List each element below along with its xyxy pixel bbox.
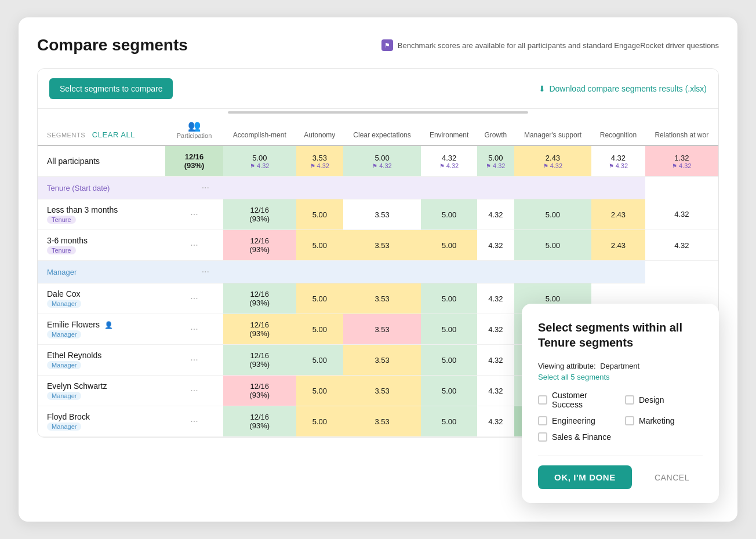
cell-v: 5.00 (442, 294, 456, 303)
row-managers-support: 5.00 (514, 199, 592, 230)
list-item: Engineering (538, 416, 616, 425)
row-dots-cell: ··· (165, 230, 223, 261)
cell-v: 3.53 (375, 387, 389, 395)
list-item: Customer Success (538, 391, 616, 409)
managers-support-benchmark: 4.32 (543, 162, 562, 169)
cell-v: 4.32 (488, 325, 503, 334)
tenure-group-label: Tenure (Start date) (47, 184, 110, 192)
row-menu-button[interactable]: ··· (186, 240, 202, 250)
customer-success-label: Customer Success (552, 391, 616, 409)
row-name-cell: 3-6 months Tenure (38, 230, 165, 261)
row-recognition: 4.32 (645, 230, 718, 261)
row-growth: 4.32 (477, 199, 514, 230)
cell-value: 2.43 (611, 241, 626, 250)
col-header-environment: Environment (421, 114, 477, 145)
design-checkbox[interactable] (625, 395, 634, 405)
all-participants-managers-support: 2.43 4.32 (514, 145, 592, 177)
list-item: Sales & Finance (538, 432, 616, 442)
list-item: Marketing (625, 416, 703, 425)
select-segments-button[interactable]: Select segments to compare (49, 78, 173, 99)
manager-group-label: Manager (47, 268, 77, 276)
row-menu-button[interactable]: ··· (186, 385, 202, 395)
all-participants-environment: 4.32 4.32 (421, 145, 477, 177)
marketing-checkbox[interactable] (625, 416, 634, 425)
recognition-value: 4.32 (611, 154, 626, 162)
row-name-label: Dale Cox (47, 289, 161, 298)
row-tag: Manager (47, 392, 81, 400)
row-clear-exp: 5.00 (421, 230, 477, 261)
select-all-button[interactable]: Select all 5 segments (538, 373, 703, 381)
row-relationships: 4.32 (645, 199, 718, 230)
cell-v: 5.00 (442, 417, 456, 426)
cell-v: 3.53 (375, 294, 389, 303)
growth-value: 5.00 (488, 154, 503, 162)
cell-v: 4.32 (488, 356, 503, 365)
download-icon: ⬇ (539, 84, 546, 93)
engineering-checkbox[interactable] (538, 416, 547, 425)
row-name-label: 3-6 months (47, 236, 161, 245)
recognition-benchmark: 4.32 (609, 162, 628, 169)
cancel-button[interactable]: CANCEL (641, 473, 703, 482)
cell-value: 5.00 (312, 241, 327, 250)
cell-v: 5.00 (546, 294, 560, 303)
customer-success-checkbox[interactable] (538, 395, 547, 405)
row-menu-button[interactable]: ··· (186, 324, 202, 334)
row-name-label: Floyd Brock (47, 412, 161, 421)
row-participation: 12/16(93%) (223, 230, 296, 261)
row-menu-button[interactable]: ··· (186, 416, 202, 426)
tenure-group-header: Tenure (Start date) ··· (38, 177, 718, 199)
row-name-cell: Ethel Reynolds Manager (38, 345, 165, 376)
row-accomplishment: 5.00 (296, 230, 343, 261)
download-link[interactable]: ⬇ Download compare segments results (.xl… (539, 84, 707, 93)
sales-finance-checkbox[interactable] (538, 432, 547, 442)
row-managers-support: 2.43 (591, 230, 645, 261)
growth-benchmark: 4.32 (486, 162, 505, 169)
cell-value: 5.00 (546, 210, 560, 219)
viewing-label: Viewing attribute: (538, 362, 596, 370)
benchmark-notice: ⚑ Benchmark scores are available for all… (381, 39, 719, 51)
row-environment: 5.00 (421, 199, 477, 230)
popup-viewing-attribute: Viewing attribute: Department (538, 362, 703, 370)
popup-actions: OK, I'M DONE CANCEL (538, 465, 703, 489)
cell-value: 5.00 (442, 210, 456, 219)
row-menu-button[interactable]: ··· (186, 355, 202, 365)
cell-p: 12/16(93%) (249, 321, 270, 338)
row-name-cell: Emilie Flowers 👤 Manager (38, 314, 165, 345)
manager-group-menu-button[interactable]: ··· (197, 267, 214, 277)
segments-grid: Customer Success Design Engineering Mark… (538, 391, 703, 442)
tenure-group-menu-button[interactable]: ··· (197, 183, 214, 193)
sales-finance-label: Sales & Finance (552, 432, 611, 442)
download-label: Download compare segments results (.xlsx… (549, 84, 707, 93)
managers-support-value: 2.43 (546, 154, 560, 162)
clear-all-button[interactable]: Clear all (92, 130, 135, 139)
row-clear-exp: 3.53 (343, 199, 421, 230)
cell-v: 5.00 (312, 356, 327, 365)
segments-label: SEGMENTS (47, 132, 85, 139)
all-participants-relationships: 1.32 4.32 (645, 145, 718, 177)
clear-exp-benchmark: 4.32 (372, 162, 391, 169)
accomplishment-value: 5.00 (252, 154, 267, 162)
cell-value: 4.32 (674, 210, 689, 218)
all-participants-recognition: 4.32 4.32 (591, 145, 645, 177)
col-header-recognition: Recognition (591, 114, 645, 145)
participation-label: Participation (170, 132, 219, 139)
cell-v: 3.53 (375, 325, 389, 334)
row-tag: Tenure (47, 216, 76, 224)
cell-p: 12/16(93%) (249, 413, 270, 430)
table-header-row: SEGMENTS Clear all 👥 Participation Accom… (38, 114, 718, 145)
viewing-value: Department (600, 362, 639, 370)
cell-value: 3.53 (375, 210, 389, 219)
row-tag: Manager (47, 300, 81, 308)
page-header: Compare segments ⚑ Benchmark scores are … (37, 36, 719, 54)
row-name-cell: Dale Cox Manager (38, 283, 165, 314)
row-tag: Tenure (47, 246, 76, 254)
design-label: Design (639, 395, 664, 405)
row-name-cell: Floyd Brock Manager (38, 406, 165, 437)
cell-p: 12/16(93%) (249, 382, 270, 399)
ok-done-button[interactable]: OK, I'M DONE (538, 465, 632, 489)
all-participants-row: All participants 12/16(93%) 5.00 4.32 (38, 145, 718, 177)
cell-value: 5.00 (546, 241, 560, 250)
row-menu-button[interactable]: ··· (186, 293, 202, 303)
row-menu-button[interactable]: ··· (186, 209, 202, 219)
row-name-label: Emilie Flowers 👤 (47, 320, 161, 329)
